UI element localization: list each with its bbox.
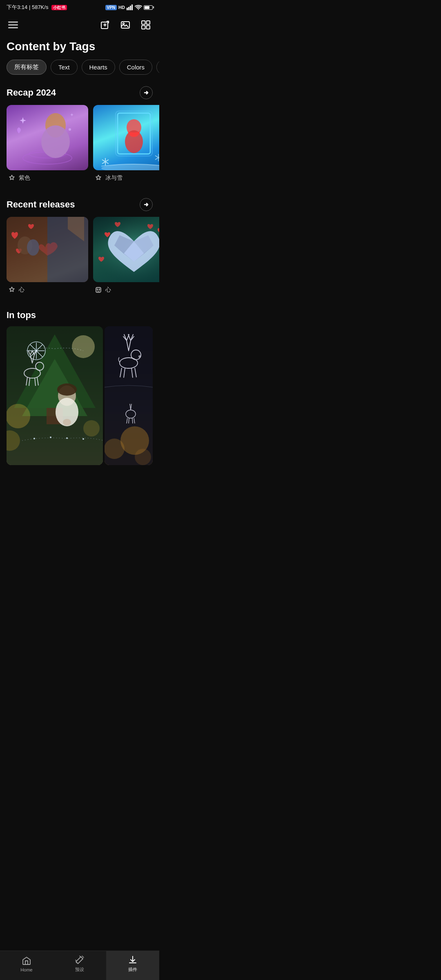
battery-icon	[144, 5, 153, 10]
svg-point-77	[105, 439, 125, 459]
download-icon	[128, 955, 138, 965]
svg-point-71	[33, 438, 35, 439]
star-icon-2	[95, 174, 102, 182]
recap-card-2[interactable]: 冰与雪	[93, 105, 159, 183]
new-canvas-button[interactable]	[98, 18, 112, 32]
tops-section-header: In tops	[0, 307, 159, 326]
svg-rect-9	[147, 21, 150, 24]
svg-point-33	[27, 239, 39, 256]
recap-card-1-tag: 紫色	[19, 174, 30, 182]
svg-rect-1	[128, 7, 129, 10]
wifi-icon	[135, 4, 142, 10]
recap-cards: 紫色	[0, 105, 159, 187]
svg-line-89	[132, 418, 133, 423]
tag-text[interactable]: Text	[51, 60, 78, 75]
svg-point-15	[41, 125, 70, 158]
recap-card-1[interactable]: 紫色	[7, 105, 88, 183]
hamburger-menu[interactable]	[7, 20, 20, 30]
svg-rect-3	[131, 4, 133, 10]
svg-point-16	[69, 128, 71, 131]
recent-card-2[interactable]: 心	[93, 217, 159, 295]
recent-card-1-tag: 心	[19, 286, 24, 294]
recap-card-2-label: 冰与雪	[93, 170, 159, 183]
status-network: 587K/s	[32, 4, 48, 10]
svg-rect-8	[142, 21, 145, 24]
status-time: 下午3:14	[7, 4, 27, 10]
status-icons: VPN HD	[105, 4, 153, 10]
svg-point-74	[82, 438, 84, 440]
page-title: Content by Tags	[0, 38, 159, 60]
hd-badge: HD	[118, 5, 125, 10]
tops-card-side-art	[105, 326, 153, 465]
tag-hearts[interactable]: Hearts	[82, 60, 115, 75]
tops-card-main[interactable]	[7, 326, 103, 465]
tops-card-side[interactable]	[105, 326, 153, 465]
home-icon	[22, 956, 31, 966]
tops-card-main-art	[7, 326, 103, 465]
recent-card-2-art	[93, 217, 159, 282]
svg-rect-11	[147, 26, 150, 29]
recap-section-header: Recap 2024	[0, 83, 159, 105]
image-button[interactable]	[118, 18, 132, 32]
nav-presets-label: 预设	[75, 967, 84, 973]
recent-title: Recent releases	[7, 199, 75, 210]
svg-point-37	[99, 289, 100, 290]
tops-grid	[0, 326, 159, 472]
tags-row: 所有标签 Text Hearts Colors Flowers Decor	[0, 60, 159, 83]
recap-title: Recap 2024	[7, 87, 56, 98]
tag-flowers[interactable]: Flowers	[156, 60, 159, 75]
tag-all[interactable]: 所有标签	[7, 60, 47, 75]
tops-title: In tops	[7, 310, 36, 321]
svg-rect-35	[96, 287, 101, 292]
header-icons	[98, 18, 153, 32]
recap-card-1-art	[7, 105, 88, 170]
recent-cards: 心	[0, 217, 159, 298]
recap-card-2-tag: 冰与雪	[105, 174, 122, 182]
svg-point-36	[97, 289, 98, 290]
recap-card-1-label: 紫色	[7, 170, 88, 183]
recent-arrow[interactable]	[140, 198, 153, 211]
status-bar: 下午3:14 | 587K/s 小红书 VPN HD	[0, 0, 159, 15]
vpn-badge: VPN	[105, 5, 117, 10]
recap-arrow[interactable]	[140, 86, 153, 99]
svg-point-4	[138, 9, 139, 10]
recent-card-1[interactable]: 心	[7, 217, 88, 295]
svg-rect-2	[130, 6, 131, 10]
svg-point-69	[57, 383, 77, 396]
nav-home[interactable]: Home	[0, 951, 53, 980]
svg-rect-0	[127, 8, 128, 10]
app-badge: 小红书	[51, 5, 67, 10]
svg-point-56	[7, 404, 30, 428]
svg-line-88	[129, 418, 129, 423]
svg-point-72	[50, 437, 51, 438]
bottom-nav: Home 预设 插件	[0, 951, 159, 980]
recent-card-2-tag: 心	[105, 286, 111, 294]
svg-point-66	[72, 335, 95, 358]
status-time-network: 下午3:14 | 587K/s 小红书	[7, 4, 67, 11]
svg-point-81	[138, 355, 141, 358]
svg-rect-10	[142, 26, 145, 29]
nav-presets[interactable]: 预设	[53, 951, 106, 980]
recent-card-1-art	[7, 217, 88, 282]
star-icon	[8, 174, 16, 182]
recent-card-1-label: 心	[7, 282, 88, 295]
nav-plugins-label: 插件	[128, 967, 137, 973]
signal-icon	[127, 4, 133, 10]
svg-point-70	[63, 419, 71, 425]
svg-point-73	[66, 437, 68, 439]
recap-card-2-art	[93, 105, 159, 170]
svg-point-58	[83, 420, 100, 437]
nav-plugins[interactable]: 插件	[106, 951, 159, 980]
recent-card-2-label: 心	[93, 282, 159, 295]
wand-icon	[75, 955, 85, 965]
tag-colors[interactable]: Colors	[119, 60, 152, 75]
header-nav	[0, 15, 159, 38]
recent-section-header: Recent releases	[0, 195, 159, 217]
svg-point-78	[135, 449, 151, 465]
package-button[interactable]	[139, 18, 153, 32]
star-icon-3	[8, 286, 16, 294]
face-icon-2	[95, 286, 102, 294]
nav-home-label: Home	[20, 967, 32, 972]
